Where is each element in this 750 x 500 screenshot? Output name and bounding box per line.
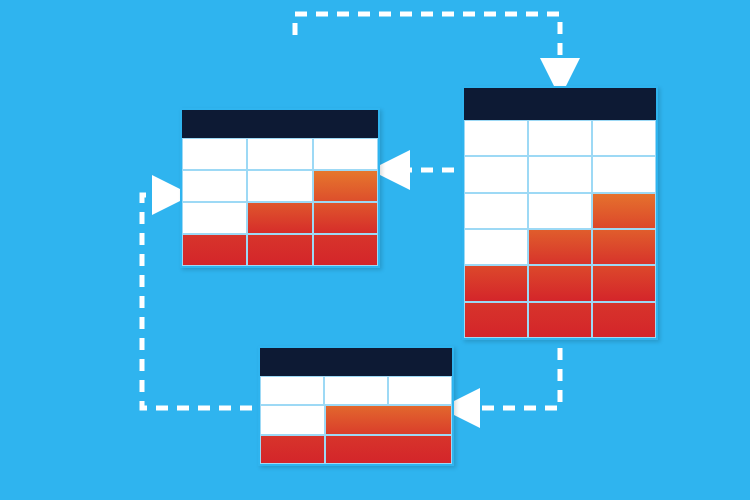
table-cell [247, 170, 312, 202]
table-row [182, 234, 378, 266]
table-body [260, 376, 452, 464]
table-body [182, 138, 378, 266]
diagram-canvas [0, 0, 750, 500]
table-cell [325, 435, 452, 464]
table-cell [528, 265, 592, 301]
table-cell [325, 405, 452, 434]
table-cell [313, 202, 378, 234]
table-cell [260, 405, 325, 434]
table-left [180, 108, 380, 268]
table-cell [247, 234, 312, 266]
table-cell [260, 376, 324, 405]
table-cell [528, 120, 592, 156]
table-cell [182, 138, 247, 170]
table-row [182, 138, 378, 170]
table-cell [247, 138, 312, 170]
table-bottom [258, 346, 454, 466]
table-row [464, 120, 656, 156]
table-cell [388, 376, 452, 405]
table-cell [313, 234, 378, 266]
table-row [464, 302, 656, 338]
table-row [464, 229, 656, 265]
table-cell [528, 302, 592, 338]
table-cell [528, 156, 592, 192]
table-cell [313, 170, 378, 202]
table-cell [182, 170, 247, 202]
connector-top [295, 14, 560, 78]
table-cell [592, 302, 656, 338]
table-right [462, 86, 658, 340]
table-cell [464, 193, 528, 229]
table-cell [247, 202, 312, 234]
table-row [464, 193, 656, 229]
table-row [464, 265, 656, 301]
table-cell [592, 120, 656, 156]
table-row [182, 170, 378, 202]
table-row [260, 405, 452, 434]
table-header [182, 110, 378, 138]
connector-right-down-to-bottom [460, 348, 560, 408]
table-cell [592, 229, 656, 265]
table-cell [592, 156, 656, 192]
table-row [182, 202, 378, 234]
table-cell [182, 234, 247, 266]
table-row [260, 435, 452, 464]
table-cell [464, 302, 528, 338]
table-cell [260, 435, 325, 464]
table-cell [313, 138, 378, 170]
table-body [464, 120, 656, 338]
table-cell [324, 376, 388, 405]
table-cell [464, 265, 528, 301]
table-header [260, 348, 452, 376]
table-cell [528, 229, 592, 265]
table-cell [464, 120, 528, 156]
table-cell [464, 156, 528, 192]
table-cell [592, 193, 656, 229]
table-row [260, 376, 452, 405]
table-cell [182, 202, 247, 234]
table-cell [592, 265, 656, 301]
table-header [464, 88, 656, 120]
table-row [464, 156, 656, 192]
table-cell [528, 193, 592, 229]
table-cell [464, 229, 528, 265]
